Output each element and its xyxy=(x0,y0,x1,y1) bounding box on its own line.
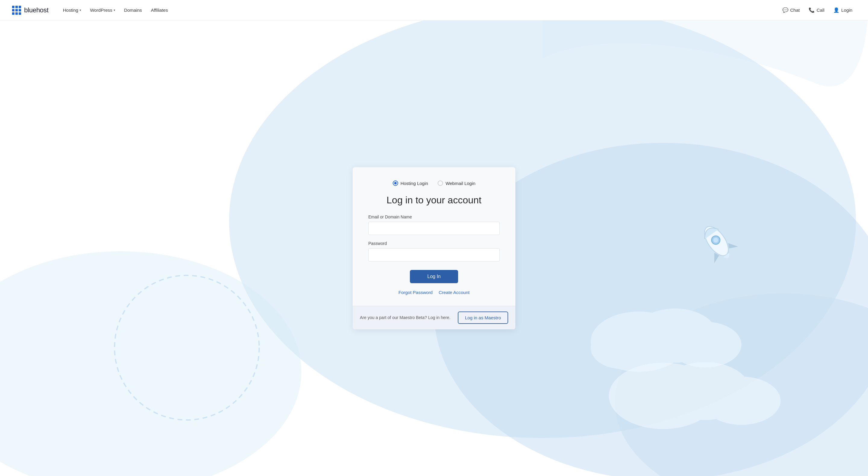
webmail-login-radio-label[interactable]: Webmail Login xyxy=(438,181,475,186)
login-type-selector: Hosting Login Webmail Login xyxy=(368,181,500,186)
maestro-button[interactable]: Log in as Maestro xyxy=(458,312,508,324)
email-field-group: Email or Domain Name xyxy=(368,215,500,235)
password-field-group: Password xyxy=(368,241,500,261)
form-links: Forgot Password Create Account xyxy=(368,290,500,295)
login-nav-button[interactable]: 👤 Login xyxy=(830,5,856,15)
nav-domains[interactable]: Domains xyxy=(121,5,146,15)
login-card: Hosting Login Webmail Login Log in to yo… xyxy=(352,167,516,329)
logo-text: bluehost xyxy=(24,6,49,14)
phone-icon: 📞 xyxy=(809,7,815,13)
nav-affiliates[interactable]: Affiliates xyxy=(147,5,172,15)
maestro-text: Are you a part of our Maestro Beta? Log … xyxy=(360,315,450,320)
page-content: Hosting Login Webmail Login Log in to yo… xyxy=(0,21,868,476)
logo[interactable]: bluehost xyxy=(12,6,49,15)
login-card-body: Hosting Login Webmail Login Log in to yo… xyxy=(352,167,516,306)
email-input[interactable] xyxy=(368,222,500,235)
nav-links: Hosting ▾ WordPress ▾ Domains Affiliates xyxy=(59,5,779,15)
webmail-login-radio[interactable] xyxy=(438,181,443,186)
nav-wordpress[interactable]: WordPress ▾ xyxy=(87,5,119,15)
user-icon: 👤 xyxy=(833,7,839,13)
password-input[interactable] xyxy=(368,248,500,261)
hosting-login-radio[interactable] xyxy=(393,181,398,186)
password-label: Password xyxy=(368,241,500,246)
login-title: Log in to your account xyxy=(368,194,500,206)
navbar: bluehost Hosting ▾ WordPress ▾ Domains A… xyxy=(0,0,868,21)
forgot-password-link[interactable]: Forgot Password xyxy=(398,290,433,295)
chevron-down-icon: ▾ xyxy=(80,8,81,12)
chevron-down-icon: ▾ xyxy=(114,8,115,12)
logo-grid-icon xyxy=(12,6,21,15)
login-button[interactable]: Log In xyxy=(410,270,458,283)
call-button[interactable]: 📞 Call xyxy=(805,5,828,15)
chat-icon: 💬 xyxy=(782,7,788,13)
maestro-footer: Are you a part of our Maestro Beta? Log … xyxy=(352,306,516,329)
nav-right: 💬 Chat 📞 Call 👤 Login xyxy=(779,5,856,15)
nav-hosting[interactable]: Hosting ▾ xyxy=(59,5,85,15)
hosting-login-radio-label[interactable]: Hosting Login xyxy=(393,181,428,186)
email-label: Email or Domain Name xyxy=(368,215,500,219)
create-account-link[interactable]: Create Account xyxy=(438,290,470,295)
chat-button[interactable]: 💬 Chat xyxy=(779,5,804,15)
